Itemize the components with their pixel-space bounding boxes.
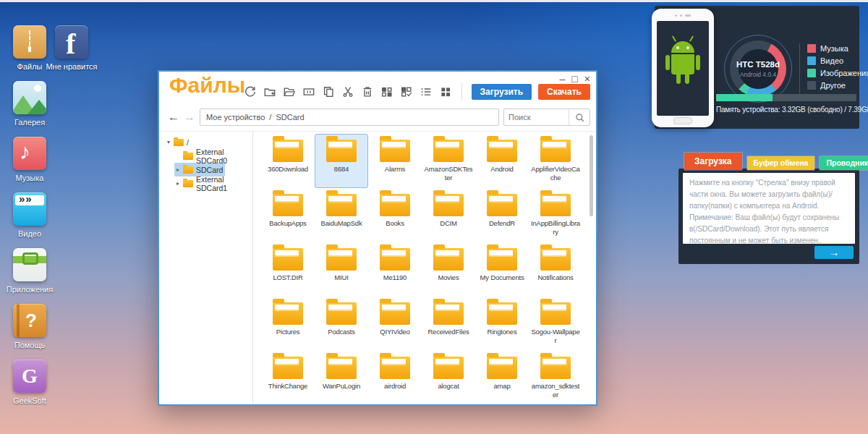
side-panel-tab[interactable]: Проводник — [820, 156, 868, 170]
folder-item[interactable]: WanPuLogin — [315, 351, 368, 405]
folder-icon — [380, 357, 410, 379]
folder-name: ApplifierVideoCache — [529, 165, 582, 182]
folder-icon — [487, 357, 517, 379]
shortcut-icon — [13, 137, 46, 170]
folder-item[interactable]: DCIM — [422, 188, 475, 242]
folder-icon — [433, 194, 464, 216]
top-strip — [0, 0, 868, 2]
cut-icon[interactable] — [341, 85, 354, 98]
legend-label: Другое — [820, 81, 846, 90]
tab-label: Проводник — [826, 158, 868, 167]
folder-item[interactable]: 8684 — [315, 134, 368, 188]
refresh-icon[interactable] — [244, 85, 257, 98]
search-button[interactable] — [569, 109, 590, 125]
folder-item[interactable]: QIYIVideo — [368, 297, 422, 351]
folder-name: Me1190 — [369, 273, 421, 282]
folder-item[interactable]: DefendR — [475, 188, 529, 242]
folder-item[interactable]: alogcat — [422, 351, 475, 405]
folder-item[interactable]: Sogou-Wallpaper — [529, 297, 582, 351]
tree-item[interactable]: ▸ External SDCard1 — [174, 176, 252, 190]
desktop-shortcut[interactable]: Мне нравится — [51, 25, 93, 71]
tree-item[interactable]: ▾ / — [165, 135, 191, 149]
tree-expander-icon[interactable]: ▸ — [176, 166, 183, 173]
folder-item[interactable]: ApplifierVideoCache — [529, 134, 582, 188]
folder-item[interactable]: Podcasts — [315, 297, 368, 351]
shortcut-icon-art — [13, 359, 46, 393]
desktop-shortcut[interactable]: Музыка — [9, 137, 51, 182]
tab-label: Загрузка — [694, 156, 732, 166]
grid-view-icon[interactable] — [439, 85, 452, 98]
folder-item[interactable]: Movies — [422, 242, 475, 297]
folder-icon — [183, 166, 193, 174]
folder-name: ReceivedFiles — [422, 328, 475, 336]
new-folder-icon[interactable] — [263, 85, 276, 98]
copy-icon[interactable] — [322, 85, 335, 98]
folder-item[interactable]: airdroid — [368, 351, 422, 405]
folder-item[interactable]: Alarms — [368, 134, 422, 188]
forward-button[interactable]: → — [184, 110, 195, 124]
folder-item[interactable]: Me1190 — [368, 242, 422, 297]
folder-item[interactable]: Notifications — [529, 242, 582, 297]
folder-item[interactable]: MIUI — [315, 242, 368, 297]
scrollbar-thumb[interactable] — [590, 135, 593, 216]
device-model: HTC T528d — [736, 60, 780, 69]
folder-item[interactable]: ReceivedFiles — [422, 297, 475, 351]
phone-home-button — [673, 117, 692, 124]
legend-swatch — [807, 81, 816, 90]
tree-expander-icon[interactable]: ▾ — [167, 139, 174, 145]
info-box: Нажмите на кнопку "Стрелка" внизу правой… — [683, 173, 855, 244]
side-panel-tab[interactable]: Загрузка — [684, 153, 742, 170]
legend-item: Музыка — [807, 44, 868, 53]
folder-name: Alarms — [369, 165, 421, 174]
folder-item[interactable]: BaiduMapSdk — [315, 188, 368, 242]
desktop-shortcut[interactable]: Видео — [9, 192, 51, 238]
folder-icon — [326, 248, 357, 271]
folder-item[interactable]: 360Download — [261, 134, 315, 188]
desktop-shortcut[interactable]: Приложения — [9, 248, 51, 294]
shortcut-icon-art — [13, 137, 46, 170]
folder-icon — [433, 357, 464, 379]
list-view-icon[interactable] — [420, 85, 433, 98]
shortcut-icon — [13, 248, 46, 281]
folder-grid: 360Download 8684 Alarms AmazonSDKTester — [261, 134, 582, 405]
folder-icon — [433, 302, 464, 325]
folder-item[interactable]: LOST.DIR — [261, 242, 315, 297]
folder-item[interactable]: Android — [475, 134, 529, 188]
side-panel-tab[interactable]: Буфер обмена — [747, 156, 815, 170]
breadcrumb-path-input[interactable] — [200, 109, 499, 126]
multi-select-icon[interactable] — [400, 85, 413, 98]
desktop-shortcuts: Файлы Мне нравится Галерея — [9, 25, 103, 416]
select-blocks-icon[interactable] — [380, 85, 393, 98]
desktop-shortcut[interactable]: Файлы — [9, 25, 51, 71]
folder-item[interactable]: AmazonSDKTester — [422, 134, 475, 188]
side-panel-tabs: Загрузка Буфер обмена Проводник — [684, 153, 868, 170]
shortcut-icon-art — [13, 304, 46, 337]
desktop-shortcut[interactable]: GeekSoft — [9, 359, 51, 405]
desktop-shortcut[interactable]: Галерея — [9, 81, 51, 127]
folder-item[interactable]: amazon_sdktester — [529, 351, 582, 405]
folder-icon — [380, 140, 410, 162]
memory-label: Память устройства: 3.32GB (свободно) / 7… — [716, 106, 868, 114]
tree-expander-icon[interactable]: ▸ — [176, 180, 183, 187]
upload-button[interactable]: Загрузить — [472, 84, 532, 100]
rename-icon[interactable] — [302, 85, 315, 98]
desktop-shortcut[interactable]: Помощь — [9, 304, 51, 349]
back-button[interactable]: ← — [168, 110, 179, 124]
folder-item[interactable]: InAppBillingLibrary — [529, 188, 582, 242]
folder-item[interactable]: Pictures — [261, 297, 315, 351]
legend-swatch — [807, 56, 816, 65]
folder-item[interactable]: amap — [475, 351, 529, 405]
upload-arrow-button[interactable]: → — [814, 246, 854, 259]
download-button[interactable]: Скачать — [538, 84, 590, 100]
folder-item[interactable]: Ringtones — [475, 297, 529, 351]
folder-item[interactable]: BackupApps — [261, 188, 315, 242]
folder-item[interactable]: Books — [368, 188, 422, 242]
tree-item-label: / — [187, 138, 189, 147]
delete-icon[interactable] — [361, 85, 374, 98]
folder-name: alogcat — [422, 382, 475, 391]
search-input[interactable] — [504, 113, 569, 122]
open-folder-icon[interactable] — [283, 85, 296, 98]
folder-item[interactable]: My Documents — [475, 242, 529, 297]
folder-item[interactable]: ThinkChange — [261, 351, 315, 405]
tree-item[interactable]: External SDCard0 — [174, 149, 252, 163]
